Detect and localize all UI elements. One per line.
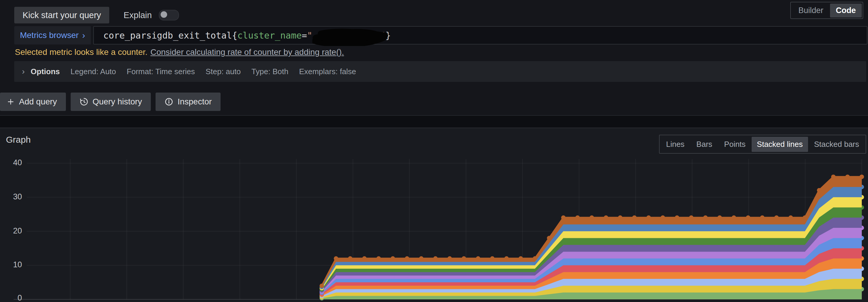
query-history-button[interactable]: Query history	[71, 93, 151, 111]
metrics-browser-button[interactable]: Metrics browser ›	[14, 26, 91, 44]
stacked-area-svg	[0, 128, 868, 302]
counter-warning: Selected metric looks like a counter. Co…	[15, 47, 344, 59]
options-format: Format: Time series	[127, 67, 195, 76]
options-type: Type: Both	[251, 67, 288, 76]
explain-label: Explain	[123, 10, 152, 20]
metrics-browser-label: Metrics browser	[20, 31, 79, 40]
inspector-button[interactable]: Inspector	[156, 93, 221, 111]
query-editor-section: Kick start your query Explain Builder Co…	[0, 0, 868, 116]
options-legend: Legend: Auto	[71, 67, 116, 76]
options-header: › Options	[22, 67, 60, 76]
query-close-brace: }	[385, 30, 391, 41]
y-axis-label: 30	[0, 192, 22, 201]
redacted-value	[312, 35, 380, 36]
query-toolbar: Kick start your query Explain	[14, 6, 179, 24]
explain-control: Explain	[123, 10, 179, 21]
history-icon	[80, 97, 89, 106]
query-metric-text: core_parsigdb_exit_total{	[103, 30, 238, 41]
mode-builder-button[interactable]: Builder	[792, 6, 830, 15]
y-axis-label: 40	[0, 158, 22, 167]
query-row: Metrics browser › core_parsigdb_exit_tot…	[14, 26, 867, 44]
actions-row: Add query Query history Inspector	[0, 93, 221, 111]
chevron-right-icon: ›	[82, 31, 85, 39]
warning-message: Selected metric looks like a counter.	[15, 47, 148, 57]
chevron-expand-icon[interactable]: ›	[22, 67, 25, 76]
toggle-knob	[161, 11, 167, 18]
add-query-button[interactable]: Add query	[0, 93, 66, 111]
warning-rate-link[interactable]: Consider calculating rate of counter by …	[151, 47, 344, 57]
time-series-chart-area[interactable]	[0, 128, 868, 302]
options-title: Options	[31, 67, 60, 76]
options-exemplars: Exemplars: false	[299, 67, 356, 76]
query-open-quote: "	[307, 30, 312, 41]
graph-panel: Graph Lines Bars Points Stacked lines St…	[0, 128, 868, 302]
y-axis-label: 20	[0, 226, 22, 236]
kick-start-query-button[interactable]: Kick start your query	[14, 7, 109, 24]
editor-mode-switcher: Builder Code	[790, 2, 863, 19]
y-axis-label: 0	[0, 293, 22, 302]
mode-code-button[interactable]: Code	[830, 4, 862, 18]
explain-toggle[interactable]	[159, 10, 179, 21]
query-options-bar[interactable]: › Options Legend: Auto Format: Time seri…	[14, 61, 866, 82]
query-close-quote: "	[380, 30, 385, 41]
inspector-label: Inspector	[178, 97, 212, 106]
add-query-label: Add query	[19, 97, 57, 106]
info-icon	[164, 97, 173, 106]
options-step: Step: auto	[206, 67, 241, 76]
y-axis-label: 10	[0, 260, 22, 269]
plus-icon	[6, 98, 15, 106]
query-code-input[interactable]: core_parsigdb_exit_total{cluster_name=""…	[93, 26, 867, 44]
query-label-name: cluster_name	[238, 30, 302, 41]
query-history-label: Query history	[93, 97, 142, 106]
query-equals: =	[302, 30, 307, 41]
